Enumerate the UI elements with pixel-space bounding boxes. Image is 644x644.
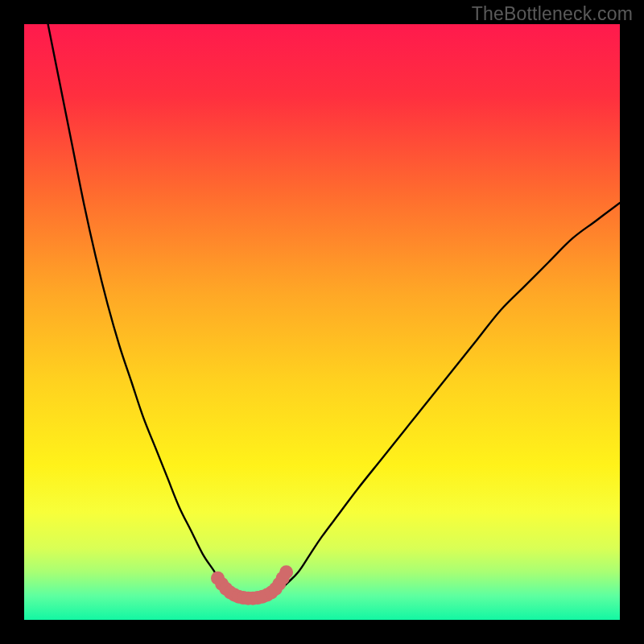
outer-frame: TheBottleneck.com (0, 0, 644, 644)
right-curve (275, 203, 620, 596)
highlight-markers (211, 565, 293, 605)
plot-area (24, 24, 620, 620)
watermark-text: TheBottleneck.com (472, 3, 633, 25)
left-curve (48, 24, 233, 596)
highlight-marker (279, 565, 293, 579)
curve-layer (24, 24, 620, 620)
